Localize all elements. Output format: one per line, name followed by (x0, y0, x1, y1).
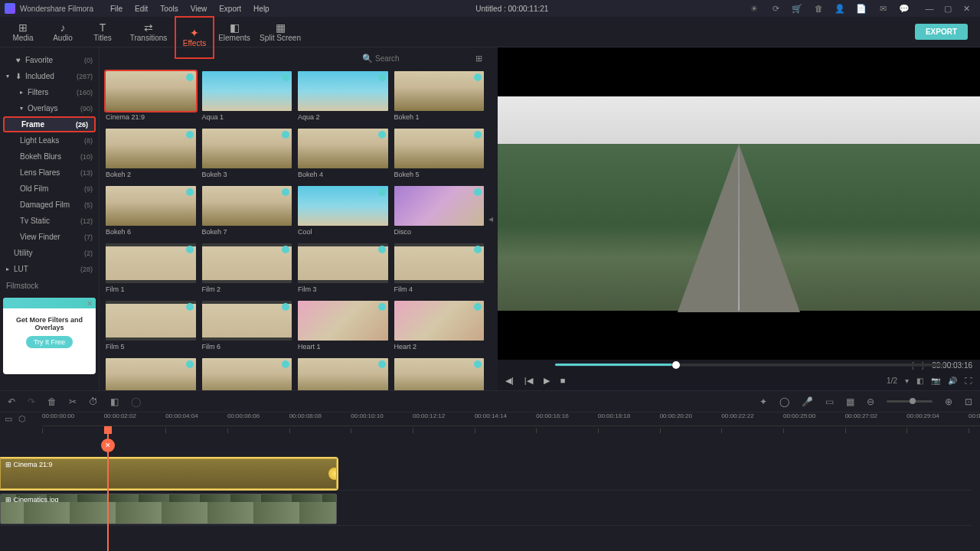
effect-film-1[interactable]: Film 1 (106, 243, 196, 293)
tab-titles[interactable]: TTitles (83, 17, 122, 47)
fullscreen-icon[interactable]: ⛶ (965, 377, 972, 385)
sidebar-item-filters[interactable]: ▸Filters(160) (0, 84, 99, 100)
clip-icon[interactable]: ▭ (825, 396, 834, 407)
sidebar-item-old-film[interactable]: Old Film(9) (0, 181, 99, 197)
refresh-icon[interactable]: ⟳ (770, 3, 781, 14)
menu-help[interactable]: Help (247, 5, 276, 13)
delete-icon[interactable]: 🗑 (47, 396, 57, 407)
effect-bokeh-6[interactable]: Bokeh 6 (106, 186, 196, 236)
effect-bokeh-7[interactable]: Bokeh 7 (202, 186, 292, 236)
magnet-icon[interactable]: ⬡ (18, 414, 26, 424)
effect-bokeh-1[interactable]: Bokeh 1 (394, 71, 485, 121)
panel-divider[interactable] (490, 47, 498, 390)
quality-icon[interactable]: ◧ (916, 377, 923, 385)
render-icon[interactable]: ▦ (846, 396, 854, 407)
sidebar-item-overlays[interactable]: ▾Overlays(90) (0, 100, 99, 116)
effect-aqua-1[interactable]: Aqua 1 (202, 71, 292, 121)
tab-audio[interactable]: ♪Audio (43, 17, 83, 47)
markers-icon[interactable]: ◯ (131, 396, 141, 407)
playhead-flag[interactable] (104, 426, 112, 434)
effect-film-6[interactable]: Film 6 (202, 301, 292, 350)
time-ruler[interactable]: ▭ ⬡ 00:00:00:0000:00:02:0200:00:04:0400:… (0, 412, 980, 426)
user-icon[interactable]: 👤 (835, 3, 845, 14)
menu-view[interactable]: View (185, 5, 214, 13)
shape-icon[interactable]: ◯ (779, 396, 789, 407)
preview-scrubber[interactable] (555, 364, 946, 367)
effect-cool[interactable]: Cool (298, 186, 388, 236)
sidebar-item-lut[interactable]: ▸LUT(28) (0, 261, 99, 277)
step-back-button[interactable]: |◀ (524, 376, 533, 386)
effect-[interactable] (106, 358, 196, 390)
mixer-icon[interactable]: ✦ (760, 396, 767, 407)
effect-film-5[interactable]: Film 5 (106, 301, 196, 350)
zoom-fit-icon[interactable]: ⊡ (965, 396, 972, 407)
file-icon[interactable]: 📄 (856, 3, 867, 14)
sidebar-item-favorite[interactable]: ♥Favorite(0) (0, 52, 99, 68)
effect-cinema-21-9[interactable]: Cinema 21:9 (106, 71, 196, 121)
play-button[interactable]: ▶ (544, 376, 550, 386)
effect-film-3[interactable]: Film 3 (298, 243, 388, 293)
effect-bokeh-2[interactable]: Bokeh 2 (106, 129, 196, 178)
split-icon[interactable]: ✂ (69, 396, 77, 407)
mail-icon[interactable]: ✉ (877, 3, 888, 14)
promo-close-icon[interactable]: ✕ (87, 299, 93, 308)
search-input[interactable] (373, 52, 465, 65)
effect-aqua-2[interactable]: Aqua 2 (298, 71, 388, 121)
sidebar-item-damaged-film[interactable]: Damaged Film(5) (0, 197, 99, 213)
sidebar-item-lens-flares[interactable]: Lens Flares(13) (0, 165, 99, 181)
minimize-button[interactable]: — (920, 4, 939, 14)
tab-elements[interactable]: ◧Elements (214, 17, 254, 47)
menu-export[interactable]: Export (213, 5, 247, 13)
tab-media[interactable]: ⊞Media (3, 17, 43, 47)
ruler-option-icon[interactable]: ▭ (5, 414, 12, 424)
sidebar-item-tv-static[interactable]: Tv Static(12) (0, 213, 99, 229)
sidebar-item-bokeh-blurs[interactable]: Bokeh Blurs(10) (0, 148, 99, 165)
zoom-in-icon[interactable]: ⊕ (945, 396, 952, 407)
stop-button[interactable]: ■ (560, 376, 566, 386)
redo-icon[interactable]: ↷ (28, 396, 35, 407)
chat-icon[interactable]: 💬 (899, 3, 910, 14)
menu-file[interactable]: File (104, 5, 129, 13)
effect-film-2[interactable]: Film 2 (202, 243, 292, 293)
sidebar-item-light-leaks[interactable]: Light Leaks(8) (0, 132, 99, 148)
undo-icon[interactable]: ↶ (8, 396, 15, 407)
sun-icon[interactable]: ☀ (749, 3, 760, 14)
volume-icon[interactable]: 🔊 (948, 377, 957, 385)
tab-split-screen[interactable]: ▦Split Screen (254, 17, 306, 47)
effect-bokeh-3[interactable]: Bokeh 3 (202, 129, 292, 178)
clip-cinema-21-9[interactable]: ⊞ Cinema 21:9 (0, 458, 337, 489)
preview-zoom[interactable]: 1/2 (887, 377, 897, 385)
chevron-down-icon[interactable]: ▾ (905, 377, 909, 385)
close-button[interactable]: ✕ (957, 4, 975, 14)
snapshot-icon[interactable]: 📷 (931, 377, 940, 385)
effect-[interactable] (298, 358, 388, 390)
zoom-out-icon[interactable]: ⊖ (867, 396, 874, 407)
maximize-button[interactable]: ▢ (939, 4, 957, 14)
menu-tools[interactable]: Tools (154, 5, 184, 13)
cart-icon[interactable]: 🛒 (792, 3, 802, 14)
clip-cinematics-jpg[interactable]: ⊞ Cinematics.jpg (0, 494, 337, 524)
effect-disco[interactable]: Disco (394, 186, 485, 236)
sidebar-item-utility[interactable]: Utility(2) (0, 245, 99, 261)
tab-effects[interactable]: ✦Effects (175, 16, 214, 59)
clip-resize-handle[interactable] (328, 468, 337, 480)
effect-heart-2[interactable]: Heart 2 (394, 301, 485, 350)
sidebar-item-frame[interactable]: Frame(26) (3, 116, 96, 132)
trash-icon[interactable]: 🗑 (813, 3, 824, 14)
effect-bokeh-4[interactable]: Bokeh 4 (298, 129, 388, 178)
zoom-slider[interactable] (887, 400, 933, 403)
sidebar-item-included[interactable]: ▾⬇Included(287) (0, 68, 99, 84)
grid-view-icon[interactable]: ⊞ (475, 54, 482, 64)
tab-transitions[interactable]: ⇄Transitions (122, 17, 175, 47)
export-button[interactable]: EXPORT (915, 24, 968, 40)
promo-try-button[interactable]: Try It Free (26, 336, 73, 348)
effect-heart-1[interactable]: Heart 1 (298, 301, 388, 350)
playhead-handle[interactable] (101, 439, 115, 452)
effect-film-4[interactable]: Film 4 (394, 243, 485, 293)
sidebar-filmstock[interactable]: Filmstock (0, 277, 99, 295)
effect-bokeh-5[interactable]: Bokeh 5 (394, 129, 485, 178)
speed-icon[interactable]: ⏱ (89, 396, 98, 407)
crop-icon[interactable]: ◧ (110, 396, 119, 407)
sidebar-item-view-finder[interactable]: View Finder(7) (0, 229, 99, 245)
mic-icon[interactable]: 🎤 (802, 396, 813, 407)
